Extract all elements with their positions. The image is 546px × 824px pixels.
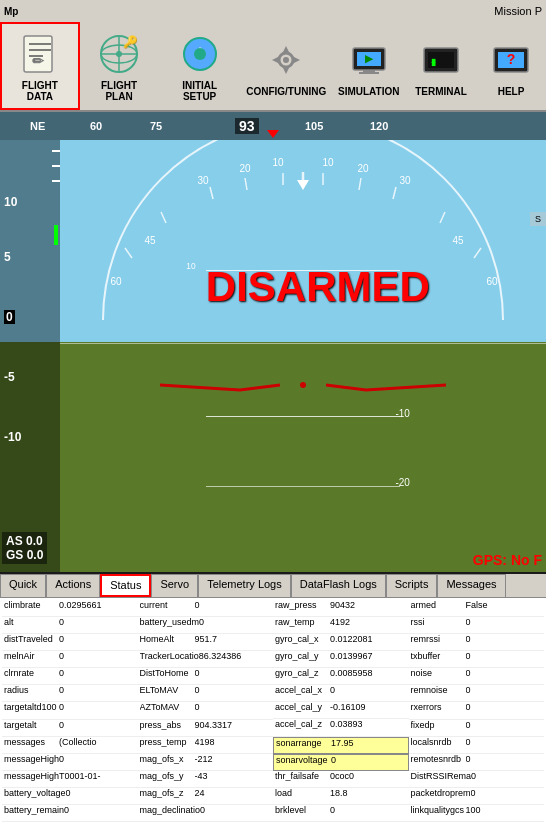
status-key: accel_cal_x bbox=[275, 685, 330, 695]
status-key: accel_cal_z bbox=[275, 719, 330, 729]
status-key: mag_ofs_z bbox=[140, 788, 195, 798]
nav-simulation-label: SIMULATION bbox=[338, 86, 399, 97]
status-key: remnoise bbox=[411, 685, 466, 695]
status-key: press_abs bbox=[140, 720, 195, 730]
nav-simulation[interactable]: ▶ SIMULATION bbox=[331, 22, 406, 110]
compass-105: 105 bbox=[305, 120, 323, 132]
status-key: radius bbox=[4, 685, 59, 695]
status-val: 0.0139967 bbox=[330, 651, 373, 661]
tab-quick[interactable]: Quick bbox=[0, 574, 46, 597]
status-val: 0.0085958 bbox=[330, 668, 373, 678]
status-row: alt 0 bbox=[2, 617, 138, 634]
tab-messages[interactable]: Messages bbox=[437, 574, 505, 597]
simulation-icon: ▶ bbox=[345, 36, 393, 84]
status-val: 17.95 bbox=[331, 738, 354, 748]
status-key: clrnrate bbox=[4, 668, 59, 678]
status-key: alt bbox=[4, 617, 59, 627]
status-table: climbrate 0.0295661 alt 0 distTraveled 0… bbox=[0, 598, 546, 824]
tape-tick bbox=[52, 165, 60, 167]
status-val: 90432 bbox=[330, 600, 355, 610]
status-row: packetdroprem 0 bbox=[409, 788, 545, 805]
status-row: mag_ofs_x -212 bbox=[138, 754, 274, 771]
status-key: fixedp bbox=[411, 720, 466, 730]
airspeed-tape: 10 5 0 -5 -10 bbox=[0, 140, 60, 572]
status-val: 0 bbox=[59, 634, 64, 644]
status-val: 0001-01- bbox=[65, 771, 101, 781]
status-key: melnAir bbox=[4, 651, 59, 661]
pitch-minus20-label: -20 bbox=[395, 477, 409, 488]
status-row: brklevel 0 bbox=[273, 805, 409, 822]
help-icon: ? bbox=[487, 36, 535, 84]
status-key: distTraveled bbox=[4, 634, 59, 644]
svg-text:▮: ▮ bbox=[431, 57, 436, 67]
status-row: mag_declinatio 0 bbox=[138, 805, 274, 822]
tab-actions[interactable]: Actions bbox=[46, 574, 100, 597]
status-row: gyro_cal_z 0.0085958 bbox=[273, 668, 409, 685]
status-row: raw_temp 4192 bbox=[273, 617, 409, 634]
status-row: noise 0 bbox=[409, 668, 545, 685]
status-val: 0 bbox=[466, 668, 471, 678]
nav-flight-data[interactable]: ✏ FLIGHT DATA bbox=[0, 22, 80, 110]
nav-flight-plan[interactable]: 🔑 FLIGHT PLAN bbox=[80, 22, 159, 110]
nav-terminal[interactable]: _ ▮ TERMINAL bbox=[406, 22, 476, 110]
tape-5: 5 bbox=[4, 250, 11, 264]
status-row: battery_usedm 0 bbox=[138, 617, 274, 634]
nav-config-tuning[interactable]: CONFIG/TUNING bbox=[241, 22, 331, 110]
status-row: gyro_cal_x 0.0122081 bbox=[273, 634, 409, 651]
nav-menu: ✏ FLIGHT DATA 🔑 FLIGHT PLAN + bbox=[0, 22, 546, 112]
status-val: (Collectio bbox=[59, 737, 97, 747]
status-val: 0 bbox=[466, 720, 471, 730]
status-val: 0 bbox=[466, 737, 471, 747]
tab-servo[interactable]: Servo bbox=[151, 574, 198, 597]
status-key: raw_temp bbox=[275, 617, 330, 627]
status-val: 0 bbox=[471, 771, 476, 781]
horizon-line bbox=[60, 343, 546, 344]
flight-plan-icon: 🔑 bbox=[95, 30, 143, 78]
status-row: accel_cal_x 0 bbox=[273, 685, 409, 702]
app-logo: Mp bbox=[4, 6, 18, 17]
tab-status[interactable]: Status bbox=[100, 574, 151, 597]
airspeed-value: AS 0.0 bbox=[6, 534, 43, 548]
nav-flight-plan-label: FLIGHT PLAN bbox=[91, 80, 148, 102]
tape-10: 10 bbox=[4, 195, 17, 209]
status-val: 0 bbox=[199, 617, 204, 627]
status-row: accel_cal_y -0.16109 bbox=[273, 702, 409, 719]
status-val: 0 bbox=[466, 685, 471, 695]
tape-minus5: -5 bbox=[4, 370, 15, 384]
status-val: 4192 bbox=[330, 617, 350, 627]
status-val: 0 bbox=[331, 755, 336, 765]
status-key: gyro_cal_z bbox=[275, 668, 330, 678]
tape-0: 0 bbox=[4, 310, 15, 324]
status-key: brklevel bbox=[275, 805, 330, 815]
status-row: distTraveled 0 bbox=[2, 634, 138, 651]
status-val: 24 bbox=[195, 788, 205, 798]
tab-dataflash-logs[interactable]: DataFlash Logs bbox=[291, 574, 386, 597]
status-val: False bbox=[466, 600, 488, 610]
status-val: 0 bbox=[59, 617, 64, 627]
status-key: gyro_cal_x bbox=[275, 634, 330, 644]
nav-help-label: HELP bbox=[498, 86, 525, 97]
status-row: messageHigh 0 bbox=[2, 754, 138, 771]
status-val: 86.324386 bbox=[199, 651, 242, 661]
status-key: battery_usedm bbox=[140, 617, 200, 627]
status-val: -212 bbox=[195, 754, 213, 764]
tab-scripts[interactable]: Scripts bbox=[386, 574, 438, 597]
status-key: raw_press bbox=[275, 600, 330, 610]
compass-strip: NE 60 75 93 105 120 bbox=[0, 112, 546, 140]
status-row: HomeAlt 951.7 bbox=[138, 634, 274, 651]
status-key: climbrate bbox=[4, 600, 59, 610]
tape-tick bbox=[52, 180, 60, 182]
arm-status: DISARMED bbox=[206, 263, 430, 311]
status-val: 0 bbox=[466, 754, 471, 764]
status-val: 0 bbox=[64, 805, 69, 815]
status-key: noise bbox=[411, 668, 466, 678]
status-key: sonarvoltage bbox=[276, 755, 331, 765]
status-key: sonarrange bbox=[276, 738, 331, 748]
nav-help[interactable]: ? HELP bbox=[476, 22, 546, 110]
status-row: armed False bbox=[409, 600, 545, 617]
svg-rect-19 bbox=[359, 72, 379, 74]
nav-initial-setup[interactable]: + INITIAL SETUP bbox=[158, 22, 241, 110]
status-val: 0 bbox=[195, 702, 200, 712]
status-row: targetaltd100 0 bbox=[2, 702, 138, 719]
tab-telemetry-logs[interactable]: Telemetry Logs bbox=[198, 574, 291, 597]
